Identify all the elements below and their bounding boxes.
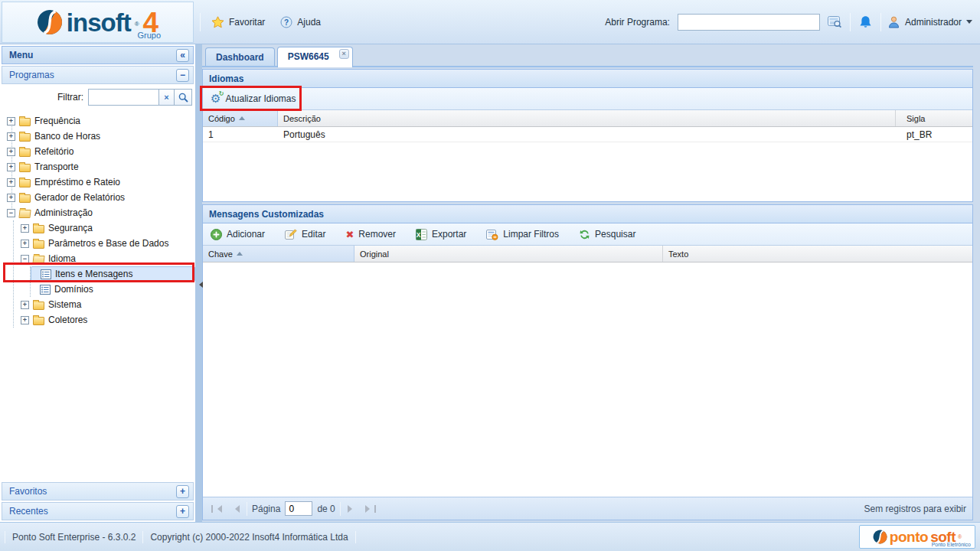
collapse-programs-button[interactable]: −	[176, 69, 189, 82]
user-menu[interactable]: Administrador	[887, 16, 972, 28]
favorites-title: Favoritos	[9, 486, 47, 497]
divider	[355, 531, 356, 543]
pagination-bar: Página de 0 Sem registros para exibir	[203, 497, 972, 520]
prev-page-button[interactable]	[229, 503, 242, 515]
app-window: insoft®4 Grupo Favoritar ? Ajuda Abrir P…	[0, 0, 980, 551]
column-header-original[interactable]: Original	[354, 246, 663, 262]
user-icon	[887, 16, 900, 28]
tab-dashboard[interactable]: Dashboard	[205, 47, 275, 66]
exportar-button[interactable]: X Exportar	[413, 227, 469, 243]
pesquisar-button[interactable]: Pesquisar	[576, 227, 639, 243]
add-icon	[211, 229, 222, 240]
tree-item-frequencia[interactable]: +Frequência	[0, 113, 195, 129]
folder-icon	[33, 225, 44, 233]
expand-icon[interactable]: +	[21, 240, 29, 248]
tree-item-idioma[interactable]: −Idioma	[14, 251, 195, 266]
page-number-input[interactable]	[285, 501, 312, 516]
close-tab-icon[interactable]: ×	[339, 49, 349, 59]
mensagens-panel: Mensagens Customizadas Adicionar Editar …	[202, 204, 973, 520]
tree-item-dominios[interactable]: Domínios	[31, 282, 195, 297]
program-lookup-icon	[828, 16, 842, 28]
last-page-button[interactable]	[363, 503, 378, 515]
tree-item-coletores[interactable]: +Coletores	[14, 312, 195, 328]
page-label: Página	[252, 504, 280, 514]
collapse-sidebar-button[interactable]: «	[176, 49, 189, 62]
expand-icon[interactable]: +	[21, 316, 29, 324]
main-panel: Dashboard PSW6645 × Idiomas ⚙↻ Atualizar…	[202, 44, 973, 522]
tree-item-administracao[interactable]: −Administração	[0, 205, 195, 220]
atualizar-idiomas-button[interactable]: ⚙↻ Atualizar Idiomas	[207, 91, 299, 107]
tree-item-refeitorio[interactable]: +Refeitório	[0, 144, 195, 159]
program-tree: +Frequência +Banco de Horas +Refeitório …	[0, 110, 195, 481]
collapse-arrow-icon[interactable]	[196, 282, 203, 288]
expand-recents-button[interactable]: +	[176, 505, 189, 518]
open-program-input[interactable]	[678, 14, 820, 31]
clear-filters-icon	[486, 229, 498, 240]
column-header-codigo[interactable]: Código	[203, 110, 278, 126]
menu-header: Menu «	[2, 46, 194, 64]
pontosoft-logo: pontosoft® Ponto Eletrônico	[859, 525, 975, 549]
first-page-button[interactable]	[209, 503, 224, 515]
tree-item-itens-e-mensagens[interactable]: Itens e Mensagens	[31, 266, 195, 282]
tree-item-transporte[interactable]: +Transporte	[0, 159, 195, 174]
folder-icon	[19, 194, 31, 203]
insoft-swirl-icon	[37, 9, 63, 35]
column-header-chave[interactable]: Chave	[203, 246, 354, 262]
column-header-texto[interactable]: Texto	[663, 246, 972, 262]
next-page-button[interactable]	[345, 503, 358, 515]
sort-asc-icon	[237, 249, 243, 256]
programs-title: Programas	[9, 70, 54, 80]
divider	[142, 531, 143, 543]
chevron-down-icon	[966, 20, 972, 27]
expand-icon[interactable]: +	[21, 301, 29, 309]
filter-input[interactable]	[88, 89, 158, 106]
mensagens-grid-empty-area	[203, 262, 972, 497]
notifications-button[interactable]	[857, 14, 874, 31]
tree-item-sistema[interactable]: +Sistema	[14, 297, 195, 312]
divider	[5, 531, 5, 543]
tree-item-gerador-de-relatorios[interactable]: +Gerador de Relatórios	[0, 190, 195, 205]
tab-bar: Dashboard PSW6645 ×	[202, 46, 973, 67]
mensagens-toolbar: Adicionar Editar ✖ Remover X Exportar	[203, 223, 972, 246]
remover-button[interactable]: ✖ Remover	[342, 227, 399, 242]
expand-icon[interactable]: +	[7, 117, 15, 126]
help-button[interactable]: ? Ajuda	[276, 13, 325, 31]
tree-item-parametros-e-base-de-dados[interactable]: +Parâmetros e Base de Dados	[14, 236, 195, 251]
sidebar-splitter[interactable]	[195, 44, 202, 522]
tree-item-seguranca[interactable]: +Segurança	[14, 220, 195, 236]
open-folder-icon	[32, 256, 44, 264]
expand-favorites-button[interactable]: +	[176, 485, 189, 498]
list-item-icon	[41, 269, 51, 279]
program-lookup-button[interactable]	[826, 15, 844, 30]
clear-filter-button[interactable]: ×	[158, 89, 174, 106]
folder-icon	[19, 179, 31, 187]
svg-text:X: X	[416, 231, 421, 239]
column-header-sigla[interactable]: Sigla	[896, 110, 972, 126]
recents-panel-header: Recentes +	[2, 502, 194, 520]
editar-button[interactable]: Editar	[282, 227, 328, 243]
collapse-icon[interactable]: −	[7, 209, 15, 217]
tab-psw6645[interactable]: PSW6645 ×	[277, 47, 353, 67]
expand-icon[interactable]: +	[7, 178, 15, 187]
favorite-button[interactable]: Favoritar	[207, 13, 270, 31]
adicionar-button[interactable]: Adicionar	[207, 227, 268, 243]
folder-icon	[19, 164, 31, 172]
excel-export-icon: X	[416, 229, 427, 240]
collapse-icon[interactable]: −	[21, 255, 29, 263]
expand-icon[interactable]: +	[21, 224, 29, 233]
column-header-descricao[interactable]: Descrição	[278, 110, 896, 126]
folder-icon	[33, 302, 44, 310]
tree-item-banco-de-horas[interactable]: +Banco de Horas	[0, 129, 195, 144]
idioma-table-row[interactable]: 1 Português pt_BR	[203, 127, 972, 142]
idiomas-grid-header: Código Descrição Sigla	[203, 110, 972, 127]
expand-icon[interactable]: +	[7, 163, 15, 171]
idiomas-grid-empty-area	[203, 142, 972, 201]
expand-icon[interactable]: +	[7, 194, 15, 202]
top-header: insoft®4 Grupo Favoritar ? Ajuda Abrir P…	[0, 0, 980, 44]
divider	[340, 502, 341, 516]
expand-icon[interactable]: +	[7, 132, 15, 141]
expand-icon[interactable]: +	[7, 148, 15, 156]
tree-item-emprestimo-e-rateio[interactable]: +Empréstimo e Rateio	[0, 174, 195, 190]
limpar-filtros-button[interactable]: Limpar Filtros	[483, 227, 562, 243]
search-filter-button[interactable]	[174, 89, 192, 106]
